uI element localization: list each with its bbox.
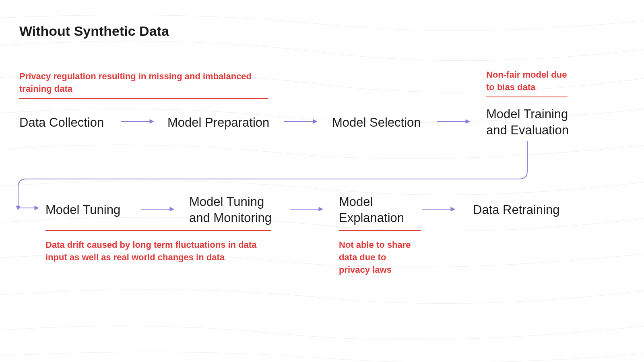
svg-marker-11 — [170, 207, 174, 211]
arrow-icon — [19, 205, 39, 211]
underline-privacy-regulation — [19, 98, 268, 99]
stage-model-tuning-monitoring: Model Tuning and Monitoring — [189, 194, 286, 226]
svg-marker-1 — [150, 119, 154, 123]
arrow-icon — [437, 119, 470, 124]
underline-data-drift — [45, 230, 271, 231]
diagram-title: Without Synthetic Data — [19, 23, 169, 39]
underline-non-fair — [486, 97, 568, 97]
svg-marker-13 — [319, 207, 323, 211]
svg-marker-15 — [451, 207, 455, 211]
svg-marker-3 — [313, 119, 317, 123]
arrow-icon — [290, 206, 323, 212]
stage-data-collection: Data Collection — [19, 115, 104, 131]
arrow-icon — [141, 206, 174, 212]
annotation-data-drift: Data drift caused by long term fluctuati… — [45, 239, 275, 264]
arrow-icon — [284, 119, 317, 124]
svg-marker-5 — [466, 119, 470, 123]
stage-model-tuning: Model Tuning — [45, 202, 120, 218]
stage-data-retraining: Data Retraining — [473, 202, 559, 218]
annotation-not-able-share: Not able to share data due to privacy la… — [339, 239, 419, 276]
svg-marker-9 — [35, 206, 39, 210]
stage-model-selection: Model Selection — [332, 115, 421, 131]
stage-model-preparation: Model Preparation — [167, 115, 269, 131]
annotation-privacy-regulation: Privacy regulation resulting in missing … — [19, 70, 257, 95]
underline-not-able-share — [339, 230, 421, 231]
stage-model-explanation: Model Explanation — [339, 194, 419, 226]
arrow-icon — [121, 119, 154, 124]
arrow-icon — [422, 206, 455, 212]
stage-model-training-eval: Model Training and Evaluation — [486, 106, 575, 139]
annotation-non-fair: Non-fair model due to bias data — [486, 69, 575, 94]
